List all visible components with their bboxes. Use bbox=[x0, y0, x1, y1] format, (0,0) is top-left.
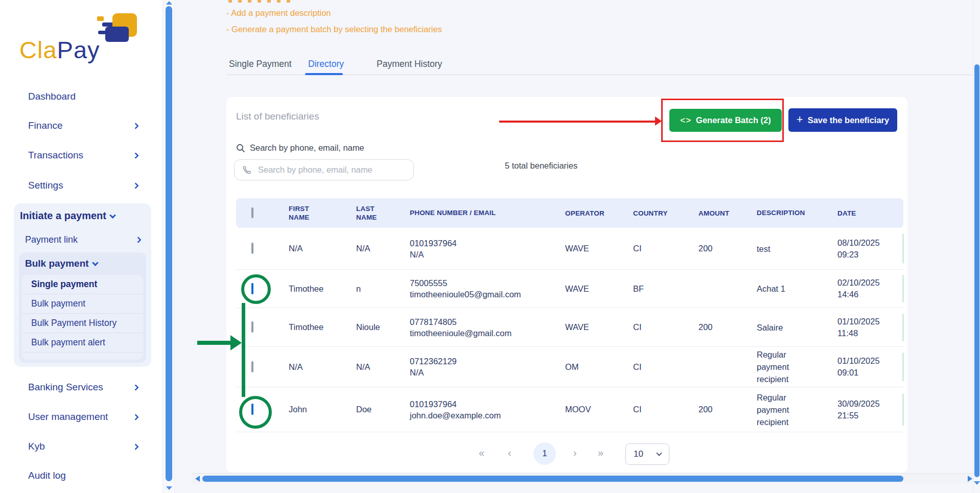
sidebar-item-banking-services[interactable]: Banking Services bbox=[28, 380, 138, 394]
cell-operator: WAVE bbox=[565, 284, 633, 294]
chevron-down-icon bbox=[92, 260, 99, 266]
vertical-scrollbar bbox=[973, 0, 980, 493]
sidebar-item-payment-link[interactable]: Payment link bbox=[25, 233, 141, 246]
row-accent-strip bbox=[902, 314, 904, 341]
sidebar-item-single-payment[interactable]: Single payment bbox=[22, 275, 143, 294]
table-row: Timothee Nioule 0778174805timotheenioule… bbox=[236, 308, 903, 347]
search-input[interactable] bbox=[234, 159, 414, 180]
pagination-prev-button[interactable]: ‹ bbox=[508, 448, 511, 458]
cell-description: test bbox=[757, 243, 837, 255]
chevron-down-icon bbox=[656, 450, 662, 456]
sidebar-item-bulk-payment-group[interactable]: Bulk payment bbox=[25, 258, 98, 269]
beneficiaries-table: FIRST NAME LAST NAME PHONE NUMBER / EMAI… bbox=[236, 198, 903, 432]
sidebar-item-settings[interactable]: Settings bbox=[28, 178, 138, 193]
bulk-payment-submenu: Single payment Bulk payment Bulk Payment… bbox=[22, 275, 143, 360]
cell-phone-email: 0101937964N/A bbox=[410, 238, 565, 260]
cell-phone-email: 0101937964john.doe@example.com bbox=[410, 398, 565, 421]
column-header-country: COUNTRY bbox=[633, 209, 698, 218]
cell-operator: WAVE bbox=[565, 322, 633, 332]
column-header-operator: OPERATOR bbox=[565, 209, 633, 218]
chevron-down-icon bbox=[109, 212, 116, 219]
row-checkbox[interactable] bbox=[251, 243, 253, 254]
search-section-label: Search by phone, email, name bbox=[236, 143, 364, 153]
cell-description: Salaire bbox=[757, 321, 837, 334]
tab-payment-history[interactable]: Payment History bbox=[377, 59, 442, 69]
cell-last-name: n bbox=[356, 284, 410, 294]
row-checkbox[interactable] bbox=[251, 361, 253, 372]
cell-first-name: N/A bbox=[289, 362, 356, 372]
tab-directory[interactable]: Directory bbox=[308, 59, 344, 69]
sidebar-item-bulk-payment-history[interactable]: Bulk Payment History bbox=[22, 314, 143, 333]
generate-batch-button[interactable]: <> Generate Batch (2) bbox=[669, 109, 782, 132]
chevron-right-icon bbox=[135, 237, 142, 243]
select-all-checkbox[interactable] bbox=[251, 207, 253, 218]
cell-country: CI bbox=[633, 244, 698, 253]
cell-first-name: Timothee bbox=[289, 322, 356, 332]
pagination-next-button[interactable]: › bbox=[573, 448, 577, 458]
cell-first-name: Timothee bbox=[289, 284, 356, 294]
cell-phone-email: 75005555timotheenioule05@gmail.com bbox=[410, 277, 565, 300]
column-header-description: DESCRIPTION bbox=[757, 207, 837, 219]
cell-date: 01/10/202509:01 bbox=[837, 355, 903, 379]
scroll-left-arrow-icon[interactable] bbox=[195, 476, 200, 482]
cell-description: Achat 1 bbox=[757, 283, 837, 295]
cell-date: 30/09/202521:55 bbox=[837, 398, 903, 421]
cell-operator: WAVE bbox=[565, 244, 633, 253]
chevron-right-icon bbox=[132, 384, 139, 391]
sidebar-item-bulk-payment[interactable]: Bulk payment bbox=[22, 294, 143, 314]
sidebar-item-initiate-payment[interactable]: Initiate a payment bbox=[20, 210, 115, 222]
sidebar-item-dashboard[interactable]: Dashboard bbox=[28, 89, 138, 104]
table-row: N/A N/A 0712362129N/A OM CI Regular paym… bbox=[236, 347, 903, 387]
cell-first-name: John bbox=[289, 405, 356, 414]
sidebar-item-transactions[interactable]: Transactions bbox=[28, 148, 138, 162]
cell-last-name: Doe bbox=[356, 405, 410, 414]
chevron-right-icon bbox=[132, 182, 139, 189]
sidebar-scrollbar-thumb[interactable] bbox=[166, 6, 172, 481]
sidebar-item-audit-log[interactable]: Audit log bbox=[28, 468, 138, 483]
sidebar: ClaPay Dashboard Finance Transactions Se… bbox=[0, 0, 162, 493]
table-row: N/A N/A 0101937964N/A WAVE CI 200 test 0… bbox=[236, 228, 903, 270]
row-checkbox[interactable] bbox=[251, 321, 253, 333]
cell-phone-email: 0778174805timotheenioule@gmail.com bbox=[410, 316, 565, 339]
tab-single-payment[interactable]: Single Payment bbox=[229, 59, 292, 69]
column-header-first-name: FIRST NAME bbox=[289, 204, 319, 222]
chevron-right-icon bbox=[132, 123, 139, 129]
pagination-page-1[interactable]: 1 bbox=[533, 442, 556, 465]
scroll-right-arrow-icon[interactable] bbox=[968, 476, 972, 482]
row-checkbox[interactable] bbox=[251, 404, 253, 415]
cell-amount: 200 bbox=[698, 244, 757, 253]
cell-description: Regular payment recipient bbox=[757, 348, 837, 385]
horizontal-scrollbar-thumb[interactable] bbox=[202, 476, 903, 482]
column-header-phone-email: PHONE NUMBER / EMAIL bbox=[410, 207, 565, 219]
clapay-logo-icon bbox=[97, 13, 137, 46]
row-accent-strip bbox=[902, 393, 904, 426]
row-accent-strip bbox=[902, 275, 904, 302]
scroll-down-arrow-icon[interactable] bbox=[166, 486, 172, 490]
instruction-line: - Generate a payment batch by selecting … bbox=[226, 25, 442, 34]
pagination-first-button[interactable]: « bbox=[479, 448, 484, 458]
page-size-select[interactable]: 10 bbox=[625, 443, 669, 465]
plus-icon: + bbox=[797, 113, 803, 126]
row-checkbox[interactable] bbox=[251, 283, 253, 294]
scroll-up-arrow-icon[interactable] bbox=[166, 1, 172, 5]
cell-country: CI bbox=[633, 322, 698, 332]
sidebar-item-user-management[interactable]: User management bbox=[28, 410, 138, 424]
search-icon bbox=[236, 144, 245, 153]
code-brackets-icon: <> bbox=[680, 115, 691, 126]
instruction-line: - Add a payment description bbox=[226, 8, 331, 18]
pagination-last-button[interactable]: » bbox=[598, 448, 603, 458]
app-logo[interactable]: ClaPay bbox=[19, 12, 137, 68]
sidebar-item-kyb[interactable]: Kyb bbox=[28, 439, 138, 454]
cell-operator: MOOV bbox=[565, 405, 633, 414]
column-header-amount: AMOUNT bbox=[698, 209, 757, 218]
chevron-right-icon bbox=[132, 152, 139, 159]
vertical-scrollbar-thumb[interactable] bbox=[974, 64, 979, 477]
sidebar-item-finance[interactable]: Finance bbox=[28, 119, 138, 133]
save-beneficiary-button[interactable]: + Save the beneficiary bbox=[788, 108, 897, 132]
scroll-down-arrow-icon[interactable] bbox=[974, 481, 980, 485]
sidebar-item-bulk-payment-alert[interactable]: Bulk payment alert bbox=[22, 333, 143, 353]
cell-amount: 200 bbox=[698, 322, 757, 332]
cell-date: 02/10/202514:46 bbox=[837, 277, 903, 300]
active-tab-underline bbox=[305, 73, 343, 75]
initiate-payment-section: Initiate a payment Payment link Bulk pay… bbox=[14, 203, 151, 367]
